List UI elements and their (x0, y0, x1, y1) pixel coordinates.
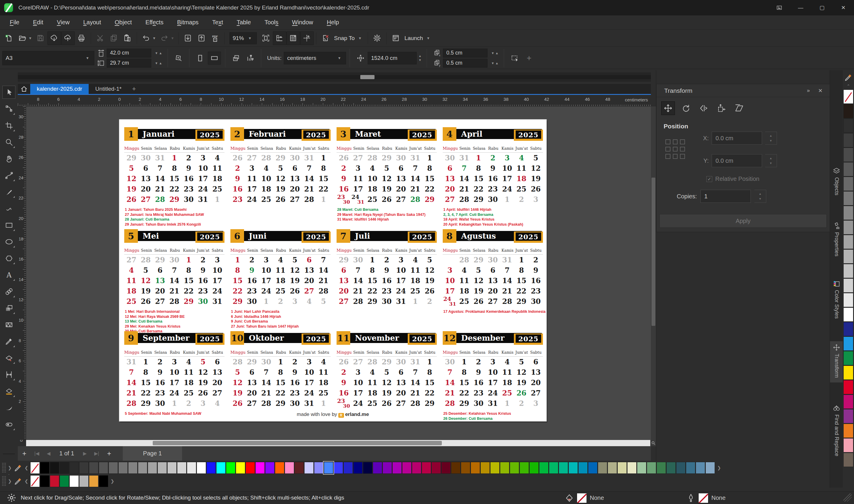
top-scrollbar[interactable] (18, 72, 651, 82)
shape-tool[interactable] (2, 102, 15, 115)
color-swatch[interactable] (676, 462, 686, 474)
color-swatch[interactable] (295, 462, 304, 474)
color-swatch[interactable] (207, 462, 216, 474)
calendar-page[interactable]: made with love byRerland.me 1Januari2025… (119, 120, 547, 421)
snap-off-button[interactable] (319, 32, 333, 45)
palette-expand-arrow[interactable]: ❯ (6, 465, 14, 470)
color-swatch[interactable] (431, 462, 441, 474)
open-folder-button[interactable] (15, 32, 29, 45)
y-input[interactable]: 0.0 cm (712, 154, 762, 167)
palette-scroll-right[interactable]: ❯ (108, 479, 116, 484)
color-swatch[interactable] (686, 462, 695, 474)
color-swatch[interactable] (138, 462, 147, 474)
close-button[interactable]: ✕ (833, 0, 854, 15)
zoom-fit-icon[interactable] (650, 440, 656, 446)
color-swatch[interactable] (843, 148, 853, 162)
color-swatch[interactable] (69, 475, 79, 487)
zoom-level-combo[interactable]: 91%▼ (230, 32, 257, 44)
color-swatch[interactable] (843, 133, 853, 147)
copy-button[interactable] (107, 32, 121, 45)
doc-tab-1[interactable]: kalender-2025.cdr (30, 84, 89, 94)
live-sketch-tool[interactable] (2, 401, 15, 414)
portrait-button[interactable] (194, 52, 207, 65)
menu-help[interactable]: Help (320, 19, 346, 26)
polygon-tool[interactable] (2, 252, 15, 265)
color-swatch[interactable] (69, 462, 79, 474)
color-swatch[interactable] (108, 462, 118, 474)
color-swatch[interactable] (451, 462, 461, 474)
customize-plus-icon[interactable]: + (522, 52, 535, 65)
dock-tab-objects[interactable]: Objects (830, 165, 843, 195)
color-swatch[interactable] (843, 337, 853, 351)
menu-view[interactable]: View (50, 19, 76, 26)
menu-text[interactable]: Text (206, 19, 230, 26)
color-swatch[interactable] (706, 462, 715, 474)
fullscreen-preview-button[interactable] (259, 32, 273, 45)
first-page-button[interactable]: |◀ (31, 451, 43, 456)
transform-skew-button[interactable] (732, 102, 746, 115)
page-width-spinner[interactable]: ▼ ▲ (153, 51, 164, 55)
snap-to-dropdown[interactable]: Snap To▼ (333, 35, 365, 41)
color-swatch[interactable] (30, 462, 40, 474)
palette-scroll-left[interactable]: ❮ (22, 479, 30, 484)
transform-position-button[interactable] (661, 102, 675, 115)
artistic-media-tool[interactable] (2, 185, 15, 198)
color-swatch[interactable] (470, 462, 480, 474)
show-grid-button[interactable] (286, 32, 300, 45)
maximize-button[interactable]: ▢ (811, 0, 833, 15)
color-swatch[interactable] (568, 462, 578, 474)
color-swatch[interactable] (50, 462, 59, 474)
all-pages-icon[interactable] (230, 52, 243, 65)
color-swatch[interactable] (177, 462, 186, 474)
page-height-input[interactable]: 29.7 cm (107, 59, 151, 68)
color-swatch[interactable] (148, 462, 157, 474)
last-page-button[interactable]: ▶| (91, 451, 103, 456)
pdf-button[interactable]: PDF (209, 32, 222, 45)
menu-tools[interactable]: Tools (258, 19, 285, 26)
add-page-button-2[interactable]: + (103, 447, 115, 460)
minimize-button[interactable]: — (790, 0, 811, 15)
options-gear-button[interactable] (370, 32, 384, 45)
docker-collapse-icon[interactable]: » (803, 88, 814, 94)
import-button[interactable] (181, 32, 195, 45)
relative-position-checkbox[interactable]: ✓ Relative Position (706, 176, 760, 182)
duplicate-y-input[interactable]: 0.5 cm (443, 59, 487, 68)
color-swatch[interactable] (666, 462, 676, 474)
color-swatch[interactable] (334, 462, 343, 474)
outline-pen-tool[interactable] (2, 418, 15, 431)
x-input[interactable]: 0.0 cm (712, 132, 762, 145)
color-swatch[interactable] (843, 220, 853, 234)
color-swatch[interactable] (265, 462, 274, 474)
dimension-tool[interactable] (2, 368, 15, 381)
color-swatch[interactable] (275, 462, 284, 474)
color-swatch[interactable] (304, 462, 314, 474)
palette-eyedropper-icon[interactable] (14, 477, 22, 486)
drop-shadow-tool[interactable] (2, 302, 15, 314)
color-swatch[interactable] (657, 462, 666, 474)
paste-button[interactable] (121, 32, 134, 45)
color-swatch[interactable] (373, 462, 382, 474)
drawing-canvas[interactable]: made with love byRerland.me 1Januari2025… (26, 106, 651, 440)
launch-button[interactable] (389, 32, 403, 45)
color-swatch[interactable] (843, 235, 853, 249)
blend-tool[interactable] (2, 285, 15, 298)
crop-tool[interactable] (2, 119, 15, 132)
show-rulers-button[interactable] (273, 32, 286, 45)
print-button[interactable] (75, 32, 88, 45)
color-swatch[interactable] (843, 104, 853, 118)
color-swatch[interactable] (79, 462, 89, 474)
anchor-point-grid[interactable] (665, 139, 685, 159)
palette-scroll-up[interactable]: ⌃ (843, 84, 854, 88)
color-swatch[interactable] (843, 264, 853, 278)
color-swatch[interactable] (608, 462, 617, 474)
zoom-tool[interactable] (2, 136, 15, 148)
color-swatch[interactable] (412, 462, 421, 474)
smart-drawing-tool[interactable] (2, 202, 15, 215)
prev-page-button[interactable]: ◀ (43, 451, 55, 456)
color-swatch[interactable] (402, 462, 412, 474)
text-tool[interactable]: A (2, 268, 15, 281)
menu-bitmaps[interactable]: Bitmaps (170, 19, 205, 26)
transform-size-button[interactable] (715, 102, 728, 115)
color-swatch[interactable] (627, 462, 637, 474)
fill-none-swatch[interactable] (577, 493, 587, 503)
